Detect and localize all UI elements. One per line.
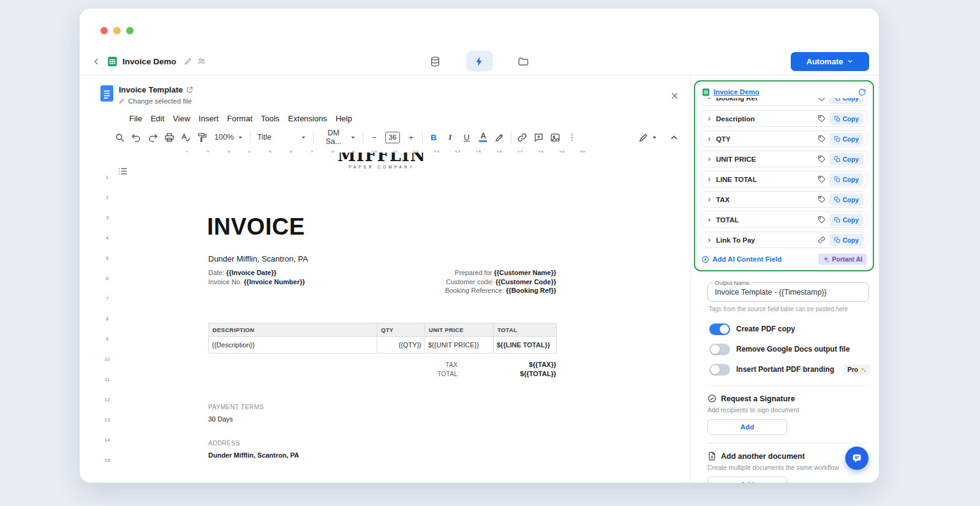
chevron-right-icon xyxy=(706,136,712,142)
menu-item[interactable]: File xyxy=(125,113,146,124)
menu-item[interactable]: Help xyxy=(331,113,356,124)
field-row-tax[interactable]: TAX Copy xyxy=(701,191,867,208)
field-row-total[interactable]: TOTAL Copy xyxy=(701,211,867,228)
paragraph-style-select[interactable]: Title xyxy=(256,133,307,142)
copy-button[interactable]: Copy xyxy=(829,214,864,226)
menu-item[interactable]: Tools xyxy=(257,113,284,124)
menu-item[interactable]: View xyxy=(168,113,194,124)
add-ai-content-field-button[interactable]: Add AI Content Field xyxy=(701,255,782,263)
source-footer: Add AI Content Field Portant AI xyxy=(701,254,867,265)
redo-icon[interactable] xyxy=(147,130,158,145)
output-name-input[interactable] xyxy=(715,288,864,296)
zoom-select[interactable]: 100% xyxy=(213,133,244,142)
copy-button[interactable]: Copy xyxy=(829,98,864,104)
spellcheck-icon[interactable] xyxy=(180,130,191,145)
copy-icon xyxy=(834,136,840,142)
editing-mode-button[interactable] xyxy=(638,130,657,145)
automate-button[interactable]: Automate xyxy=(791,52,869,71)
merge-tag: ${{TAX}} xyxy=(458,360,556,369)
add-comment-icon[interactable] xyxy=(533,130,545,145)
menu-item[interactable]: Insert xyxy=(194,113,223,124)
close-document-button[interactable] xyxy=(670,91,679,100)
refresh-icon[interactable] xyxy=(858,88,866,96)
copy-button[interactable]: Copy xyxy=(829,113,864,125)
minimize-window-button[interactable] xyxy=(113,27,121,34)
create-pdf-toggle[interactable] xyxy=(709,323,730,335)
chevron-down-icon xyxy=(706,98,712,101)
payment-terms-label: PAYMENT TERMS xyxy=(208,404,264,410)
copy-button[interactable]: Copy xyxy=(829,173,864,186)
increase-font-size-button[interactable]: + xyxy=(405,130,417,145)
more-options-icon[interactable]: ⋮ xyxy=(567,130,578,145)
caret-down-icon xyxy=(350,135,356,140)
output-name-helper: Tags from the source field table can be … xyxy=(709,306,869,312)
field-row-description[interactable]: Description Copy xyxy=(701,110,867,127)
workflow-sidebar: Invoice Demo Booking Ref Copy Descriptio… xyxy=(694,75,876,483)
text-color-button[interactable]: A xyxy=(478,130,489,145)
add-document-button[interactable]: Add xyxy=(707,477,787,483)
pdf-branding-toggle[interactable] xyxy=(709,364,730,376)
decrease-font-size-button[interactable]: − xyxy=(369,130,380,145)
tab-workflow[interactable] xyxy=(466,51,493,72)
ruler-number: 1 xyxy=(103,175,111,195)
copy-button[interactable]: Copy xyxy=(829,234,864,246)
underline-button[interactable]: U xyxy=(461,130,472,145)
ruler-number: 2 xyxy=(103,195,111,215)
insert-link-icon[interactable] xyxy=(517,130,528,145)
copy-button[interactable]: Copy xyxy=(829,153,864,165)
open-in-new-icon[interactable] xyxy=(186,86,193,93)
field-row-unit-price[interactable]: UNIT PRICE Copy xyxy=(701,151,867,167)
tag-icon xyxy=(818,195,826,203)
field-row-booking-ref[interactable]: Booking Ref Copy xyxy=(701,98,867,106)
copy-icon xyxy=(834,217,840,223)
font-family-select[interactable]: DM Sa... xyxy=(319,129,357,146)
chevron-left-icon xyxy=(92,57,101,66)
italic-button[interactable]: I xyxy=(445,130,456,145)
rename-workflow-icon[interactable] xyxy=(181,55,195,68)
chat-fab[interactable] xyxy=(845,447,869,470)
invoice-meta-right: Prepared for {{Customer Name}} Customer … xyxy=(445,268,556,295)
change-selected-file-link[interactable]: Change selected file xyxy=(119,97,193,105)
share-workflow-icon[interactable] xyxy=(195,55,208,68)
document-outline-icon[interactable] xyxy=(118,166,128,176)
ruler-number: 15 xyxy=(103,458,111,478)
portant-ai-badge[interactable]: Portant AI xyxy=(818,254,867,265)
tab-source-data[interactable] xyxy=(422,51,449,72)
source-file-link[interactable]: Invoice Demo xyxy=(714,88,760,96)
add-signer-button[interactable]: Add xyxy=(707,419,787,435)
close-window-button[interactable] xyxy=(100,27,108,34)
bold-button[interactable]: B xyxy=(428,130,439,145)
undo-icon[interactable] xyxy=(130,130,141,145)
caret-down-icon xyxy=(238,135,243,140)
font-size-input[interactable]: 36 xyxy=(385,132,400,143)
toolbar-right-group xyxy=(638,130,679,145)
field-row-link-to-pay[interactable]: Link To Pay Copy xyxy=(701,232,867,248)
search-icon[interactable] xyxy=(114,130,125,145)
google-sheets-icon xyxy=(702,88,710,96)
vertical-ruler: 123456789101112131415 xyxy=(103,175,111,478)
zoom-window-button[interactable] xyxy=(126,27,134,34)
tab-output-files[interactable] xyxy=(510,51,537,72)
section-subtitle: Create multiple documents the same workf… xyxy=(707,464,868,471)
copy-icon xyxy=(834,156,840,162)
google-sheets-icon xyxy=(107,56,118,67)
lightning-icon xyxy=(473,56,485,67)
collapse-toolbar-icon[interactable] xyxy=(668,130,679,145)
highlight-color-icon[interactable] xyxy=(494,130,505,145)
menu-item[interactable]: Edit xyxy=(146,113,168,124)
copy-button[interactable]: Copy xyxy=(829,194,864,206)
copy-button[interactable]: Copy xyxy=(829,133,864,145)
field-row-line-total[interactable]: LINE TOTAL Copy xyxy=(701,171,867,187)
portant-app-window: Invoice Demo Automate xyxy=(80,9,879,483)
menu-item[interactable]: Format xyxy=(223,113,257,124)
logo-subtitle: PAPER COMPANY xyxy=(178,165,586,169)
remove-gdoc-output-toggle[interactable] xyxy=(709,344,730,355)
workflow-step-tabs xyxy=(422,51,537,72)
menu-item[interactable]: Extensions xyxy=(284,113,331,124)
print-icon[interactable] xyxy=(164,130,175,145)
field-row-qty[interactable]: QTY Copy xyxy=(701,130,867,147)
insert-image-icon[interactable] xyxy=(550,130,561,145)
toolbar-separator xyxy=(363,132,363,143)
paint-format-icon[interactable] xyxy=(197,130,208,145)
back-button[interactable] xyxy=(89,55,104,69)
